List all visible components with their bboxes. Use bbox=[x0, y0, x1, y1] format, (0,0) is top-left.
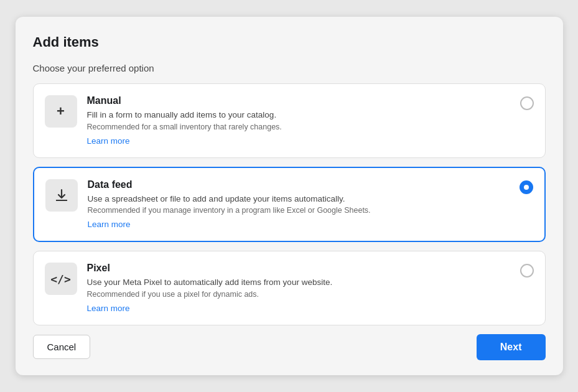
data-feed-learn-more-link[interactable]: Learn more bbox=[88, 220, 131, 229]
pixel-icon: </> bbox=[45, 263, 77, 295]
add-items-dialog: Add items Choose your preferred option +… bbox=[16, 17, 563, 375]
data-feed-radio[interactable] bbox=[520, 180, 533, 194]
next-button[interactable]: Next bbox=[477, 334, 546, 360]
pixel-description: Use your Meta Pixel to automatically add… bbox=[87, 276, 510, 289]
dialog-title: Add items bbox=[33, 34, 546, 50]
option-data-feed[interactable]: Data feed Use a spreadsheet or file to a… bbox=[33, 167, 546, 243]
data-feed-description: Use a spreadsheet or file to add and upd… bbox=[88, 193, 510, 205]
cancel-button[interactable]: Cancel bbox=[33, 335, 91, 359]
data-feed-sub-description: Recommended if you manage inventory in a… bbox=[88, 206, 510, 215]
option-manual[interactable]: + Manual Fill in a form to manually add … bbox=[33, 83, 546, 158]
dialog-footer: Cancel Next bbox=[33, 334, 546, 360]
data-feed-content: Data feed Use a spreadsheet or file to a… bbox=[88, 179, 510, 230]
manual-learn-more-link[interactable]: Learn more bbox=[87, 136, 130, 146]
manual-description: Fill in a form to manually add items to … bbox=[87, 109, 510, 121]
manual-radio[interactable] bbox=[520, 96, 534, 110]
pixel-radio[interactable] bbox=[520, 264, 534, 278]
data-feed-title: Data feed bbox=[88, 179, 510, 190]
section-label: Choose your preferred option bbox=[33, 63, 546, 73]
manual-sub-description: Recommended for a small inventory that r… bbox=[87, 123, 510, 131]
manual-content: Manual Fill in a form to manually add it… bbox=[87, 95, 510, 146]
pixel-learn-more-link[interactable]: Learn more bbox=[87, 304, 130, 313]
pixel-title: Pixel bbox=[87, 263, 510, 274]
manual-icon: + bbox=[45, 95, 77, 128]
pixel-sub-description: Recommended if you use a pixel for dynam… bbox=[87, 290, 510, 299]
pixel-content: Pixel Use your Meta Pixel to automatical… bbox=[87, 263, 510, 314]
data-feed-icon bbox=[45, 179, 78, 212]
option-pixel[interactable]: </> Pixel Use your Meta Pixel to automat… bbox=[33, 251, 546, 325]
manual-title: Manual bbox=[87, 95, 510, 106]
